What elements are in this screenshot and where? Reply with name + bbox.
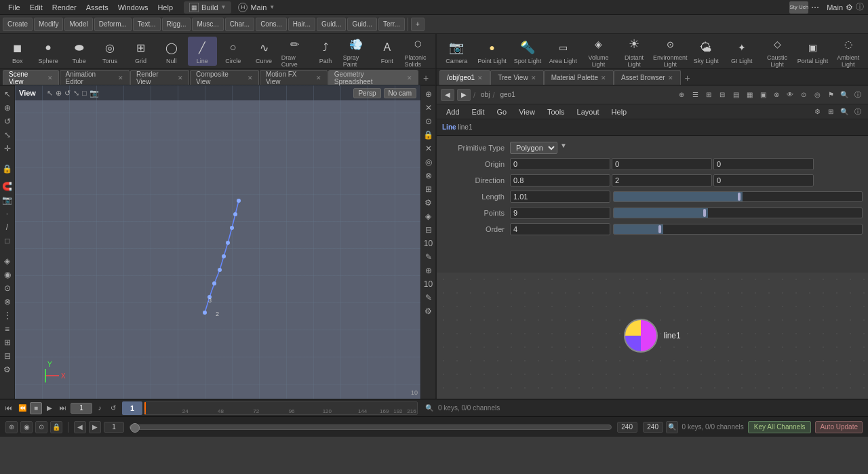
frame-start-input[interactable] [104,422,124,433]
main-area[interactable]: H Main ▼ [238,3,275,12]
light-area[interactable]: ▭ Area Light [546,37,580,66]
rp-gear-icon[interactable]: ⚙ [811,106,823,118]
tl-btn-audio[interactable]: ♪ [94,402,106,414]
direction-z-input[interactable] [713,174,814,186]
tab-scene-view[interactable]: Scene View ✕ [3,70,59,85]
tl-btn-prev[interactable]: ⏪ [16,402,28,414]
shape-draw-curve[interactable]: ✏ Draw Curve [280,34,309,69]
main-dropdown-icon[interactable]: ▼ [269,4,275,10]
btn-cons[interactable]: Cons... [256,18,287,31]
rp-tab-material-close[interactable]: ✕ [601,75,606,81]
status-geo-btn[interactable]: ⊙ [35,421,47,433]
left-icon-handle[interactable]: ✛ [1,142,14,155]
build-area[interactable]: ▦ Build ▼ [184,1,231,14]
rp-icon-mode[interactable]: ▣ [757,89,769,101]
btn-rigg[interactable]: Rigg... [162,18,191,31]
shape-line[interactable]: ╱ Line [188,37,217,66]
rp-icon-grid[interactable]: ⊞ [703,89,715,101]
vr-icon-12[interactable]: 10 [422,237,435,250]
path-obj[interactable]: obj [481,91,490,98]
rp-icon-zoom[interactable]: 🔍 [838,89,850,101]
left-icon-scale[interactable]: ⤡ [1,129,14,141]
tab-scene-view-close[interactable]: ✕ [47,75,53,81]
tab-animation-editor-close[interactable]: ✕ [118,75,123,81]
btn-terr[interactable]: Terr... [378,18,405,31]
dots-menu[interactable]: ⋯ [811,3,818,12]
menu-render[interactable]: Render [48,2,81,13]
status-prev-key-btn[interactable]: ◀ [74,421,86,433]
rp-menu-go[interactable]: Go [492,106,513,117]
light-caustic[interactable]: ◇ Caustic Light [760,33,794,69]
tl-btn-start[interactable]: ⏮ [3,402,15,414]
rp-tab-obj-geo1-close[interactable]: ✕ [477,75,483,81]
direction-y-input[interactable] [612,174,712,186]
rp-expand-icon[interactable]: ⊞ [825,106,837,118]
nav-forward-btn[interactable]: ▶ [457,89,471,101]
shape-tube[interactable]: ⬬ Tube [64,37,94,66]
left-icon-v7[interactable]: ⊞ [1,336,14,349]
left-icon-v4[interactable]: ⊗ [1,296,14,308]
points-slider[interactable] [613,208,863,218]
btn-guid2[interactable]: Guid... [347,18,376,31]
left-icon-select[interactable]: ↖ [1,88,14,100]
tl-btn-stop[interactable]: ■ [30,402,42,414]
menu-assets[interactable]: Assets [82,2,113,13]
menu-windows[interactable]: Windows [114,2,153,13]
rp-menu-edit[interactable]: Edit [467,106,490,117]
light-env[interactable]: ⊙ Environment Light [652,33,688,69]
rp-add-tab-btn[interactable]: + [681,71,694,85]
light-volume[interactable]: ◈ Volume Light [581,33,615,69]
btn-modify[interactable]: Modify [34,18,63,31]
menu-file[interactable]: File [4,2,24,13]
rp-icon-nav[interactable]: ◎ [811,89,823,101]
vr-icon-7[interactable]: ⊗ [422,170,435,182]
node-line1[interactable]: line1 [617,315,687,357]
rp-tab-asset[interactable]: Asset Browser ✕ [614,70,680,85]
left-icon-camera-sel[interactable]: 📷 [1,194,14,206]
tl-search-btn[interactable]: 🔍 [423,402,435,414]
shape-grid[interactable]: ⊞ Grid [126,37,155,66]
left-icon-v3[interactable]: ⊙ [1,282,14,294]
vr-icon-11[interactable]: ⊟ [422,224,435,236]
light-gi[interactable]: ✦ GI Light [725,37,759,66]
rp-menu-tools[interactable]: Tools [542,106,570,117]
menu-help[interactable]: Help [153,2,177,13]
shape-circle[interactable]: ○ Circle [218,37,248,66]
tl-btn-end[interactable]: ⏭ [57,402,69,414]
tab-animation-editor[interactable]: Animation Editor ✕ [60,70,130,85]
shape-path[interactable]: ⤴ Path [311,37,340,66]
vr-icon-17[interactable]: ⚙ [422,305,435,317]
node-view-area[interactable]: line1 [437,273,868,399]
settings-icon[interactable]: ⚙ [846,3,853,12]
tl-btn-loop[interactable]: ↺ [107,402,119,414]
rp-icon-panel[interactable]: ▦ [743,89,755,101]
rp-tab-asset-close[interactable]: ✕ [668,75,673,81]
vr-icon-10[interactable]: ◈ [422,210,435,222]
btn-guid1[interactable]: Guid... [317,18,346,31]
vr-icon-3[interactable]: ⊙ [422,115,435,127]
left-icon-v6[interactable]: ≡ [1,323,14,335]
left-icon-prims[interactable]: □ [1,235,14,247]
shape-sphere[interactable]: ● Sphere [33,37,62,66]
status-lock-btn[interactable]: 🔒 [50,421,62,433]
vr-icon-15[interactable]: 10 [422,278,435,290]
tab-motion-fx[interactable]: Motion FX View ✕ [260,70,328,85]
vr-icon-1[interactable]: ⊕ [422,88,435,100]
tab-motion-fx-close[interactable]: ✕ [316,75,321,81]
shape-curve[interactable]: ∿ Curve [249,37,278,66]
tab-render-view-close[interactable]: ✕ [178,75,183,81]
light-sky[interactable]: 🌤 Sky Light [689,37,723,66]
menu-edit[interactable]: Edit [26,2,47,13]
btn-model[interactable]: Model [64,18,92,31]
rp-zoom-icon[interactable]: 🔍 [838,106,850,118]
origin-x-input[interactable] [510,158,610,170]
vr-icon-6[interactable]: ◎ [422,156,435,168]
timeline-scrub-slider[interactable] [130,424,612,430]
rp-tab-tree-view[interactable]: Tree View ✕ [490,70,543,85]
rp-menu-add[interactable]: Add [441,106,465,117]
scrub-handle[interactable] [130,423,140,433]
btn-hair[interactable]: Hair... [288,18,315,31]
rp-icon-frame[interactable]: ⊙ [797,89,810,101]
btn-add-toolbar[interactable]: + [411,18,425,31]
vr-icon-4[interactable]: 🔒 [422,129,435,141]
